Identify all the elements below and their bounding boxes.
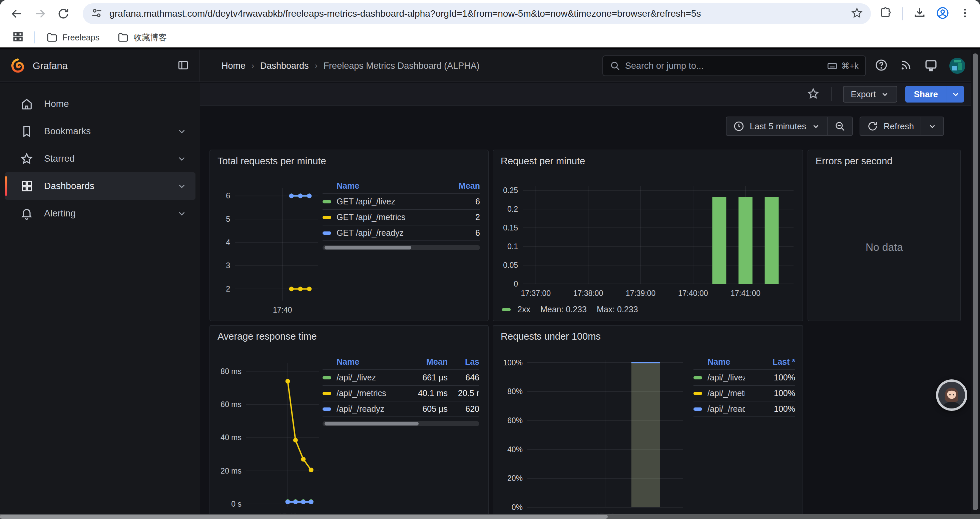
svg-text:17:37:00: 17:37:00	[521, 289, 551, 297]
grafana-header-left: Grafana	[0, 50, 200, 81]
export-button[interactable]: Export	[843, 86, 897, 102]
svg-text:3: 3	[226, 261, 230, 270]
legend-max: Max: 0.233	[597, 305, 638, 314]
panel-request-per-minute: Request per minute 00.050.10.150.20.2517…	[493, 150, 803, 321]
panel-average-response-time: Average response time 0 s20 ms40 ms60 ms…	[210, 325, 488, 519]
dashboard-canvas: Last 5 minutes Refresh	[200, 107, 980, 519]
total-requests-legend-table[interactable]: NameMeanGET /api/_/livez6GET /api/_/metr…	[323, 178, 480, 250]
downloads-icon[interactable]	[913, 7, 926, 21]
sidebar-item-home[interactable]: Home	[5, 90, 196, 118]
vertical-scrollbar[interactable]	[971, 50, 980, 514]
search-input[interactable]: Search or jump to... ⌘+k	[602, 56, 866, 76]
svg-text:0.25: 0.25	[503, 186, 518, 195]
bookmarks-bar: Freeleaps 收藏博客	[0, 27, 980, 49]
no-data-message: No data	[808, 241, 960, 254]
favorite-star-icon[interactable]	[807, 87, 819, 101]
sidebar-item-dashboards[interactable]: Dashboards	[5, 172, 196, 200]
bell-icon	[20, 207, 33, 220]
url-bar[interactable]: grafana.mathmast.com/d/deytv4rwavabkb/fr…	[83, 3, 871, 24]
help-icon[interactable]	[875, 58, 888, 73]
breadcrumb-home[interactable]: Home	[221, 61, 245, 71]
sidebar-item-alerting[interactable]: Alerting	[5, 200, 196, 227]
bookmark-folder-blogs[interactable]: 收藏博客	[118, 32, 167, 43]
profile-icon[interactable]	[936, 6, 949, 21]
chevron-down-icon[interactable]	[177, 126, 187, 136]
svg-text:17:40:00: 17:40:00	[678, 289, 708, 297]
breadcrumb: Home › Dashboards › Freeleaps Metrics Da…	[200, 61, 602, 71]
reload-icon[interactable]	[56, 6, 71, 21]
refresh-interval-dropdown[interactable]	[921, 117, 943, 135]
zoom-out-button[interactable]	[827, 117, 852, 135]
folder-icon	[46, 32, 58, 43]
apps-grid-icon[interactable]	[12, 31, 24, 44]
horizontal-scrollbar-thumb[interactable]	[0, 515, 608, 519]
svg-text:17:41:00: 17:41:00	[730, 289, 760, 297]
panel-title[interactable]: Request per minute	[501, 156, 585, 167]
sidebar-item-bookmarks[interactable]: Bookmarks	[5, 118, 196, 145]
share-button[interactable]: Share	[905, 86, 947, 102]
keyboard-icon	[827, 60, 838, 72]
svg-text:60%: 60%	[508, 416, 523, 425]
refresh-button[interactable]: Refresh	[860, 117, 921, 135]
bookmark-star-icon[interactable]	[851, 7, 863, 21]
sidebar-toggle-icon[interactable]	[177, 59, 189, 73]
assistant-avatar[interactable]	[936, 379, 967, 411]
svg-text:2: 2	[226, 284, 230, 293]
browser-window: grafana.mathmast.com/d/deytv4rwavabkb/fr…	[0, 0, 980, 519]
time-range-picker[interactable]: Last 5 minutes	[727, 117, 827, 135]
monitor-icon[interactable]	[924, 58, 938, 73]
svg-text:0%: 0%	[512, 503, 523, 512]
forward-icon[interactable]	[33, 6, 48, 21]
request-per-minute-legend[interactable]: 2xx Mean: 0.233 Max: 0.233	[502, 305, 638, 314]
panel-title[interactable]: Requests under 100ms	[501, 331, 601, 342]
brand-name: Grafana	[33, 61, 177, 72]
zoom-out-icon	[834, 121, 846, 132]
svg-text:40 ms: 40 ms	[221, 433, 242, 442]
browser-toolbar: grafana.mathmast.com/d/deytv4rwavabkb/fr…	[0, 0, 980, 27]
average-response-time-legend-table[interactable]: NameMeanLas/api/_/livez661 µs646/api/_/m…	[323, 355, 479, 426]
search-shortcut: ⌘+k	[827, 60, 859, 72]
bookmark-icon	[20, 125, 33, 138]
svg-text:0: 0	[514, 279, 518, 288]
sidebar-nav: Home Bookmarks Starred Dashboards Alerti…	[0, 83, 200, 514]
panel-title[interactable]: Total requests per minute	[218, 156, 326, 167]
panel-total-requests: Total requests per minute 2345617:40 Nam…	[210, 150, 488, 321]
svg-text:100%: 100%	[503, 358, 523, 367]
svg-text:0.2: 0.2	[508, 205, 518, 213]
svg-text:17:38:00: 17:38:00	[573, 289, 603, 297]
news-rss-icon[interactable]	[899, 58, 913, 73]
time-controls: Last 5 minutes Refresh	[726, 117, 944, 136]
url-text[interactable]: grafana.mathmast.com/d/deytv4rwavabkb/fr…	[110, 8, 851, 19]
breadcrumb-dashboards[interactable]: Dashboards	[260, 61, 309, 71]
extensions-icon[interactable]	[880, 7, 892, 21]
back-icon[interactable]	[10, 6, 24, 21]
panel-title[interactable]: Errors per second	[816, 156, 892, 167]
horizontal-scrollbar[interactable]	[0, 514, 980, 519]
home-icon	[20, 97, 33, 110]
toolbar-divider	[902, 7, 903, 21]
refresh-icon	[867, 121, 878, 132]
average-response-time-chart[interactable]: 0 s20 ms40 ms60 ms80 ms17:40	[215, 356, 323, 519]
svg-text:5: 5	[226, 215, 230, 224]
clock-icon	[733, 121, 745, 132]
requests-under-100ms-chart[interactable]: 0%20%40%60%80%100%17:40	[499, 356, 687, 519]
panel-title[interactable]: Average response time	[218, 331, 317, 342]
vertical-scrollbar-thumb[interactable]	[973, 53, 978, 510]
chevron-down-icon	[951, 89, 960, 99]
svg-text:0 s: 0 s	[231, 500, 242, 508]
chevron-down-icon[interactable]	[177, 181, 187, 191]
menu-kebab-icon[interactable]	[959, 7, 970, 20]
bookmark-folder-freeleaps[interactable]: Freeleaps	[46, 32, 99, 43]
chevron-down-icon[interactable]	[177, 153, 187, 164]
request-per-minute-chart[interactable]: 00.050.10.150.20.2517:37:0017:38:0017:39…	[499, 178, 798, 301]
requests-under-100ms-legend-table[interactable]: NameLast */api/_/livez100%/api/_/metrics…	[694, 355, 795, 417]
dashboard-main: Export Share Last 5 minutes	[200, 83, 980, 519]
sidebar-item-starred[interactable]: Starred	[5, 145, 196, 172]
svg-text:80 ms: 80 ms	[221, 367, 242, 376]
site-settings-icon[interactable]	[91, 7, 103, 21]
grafana-app: Grafana Home › Dashboards › Freeleaps Me…	[0, 50, 980, 519]
user-avatar[interactable]	[949, 58, 965, 74]
chevron-down-icon[interactable]	[177, 208, 187, 219]
total-requests-chart[interactable]: 2345617:40	[215, 182, 323, 316]
share-dropdown-button[interactable]	[947, 86, 964, 102]
